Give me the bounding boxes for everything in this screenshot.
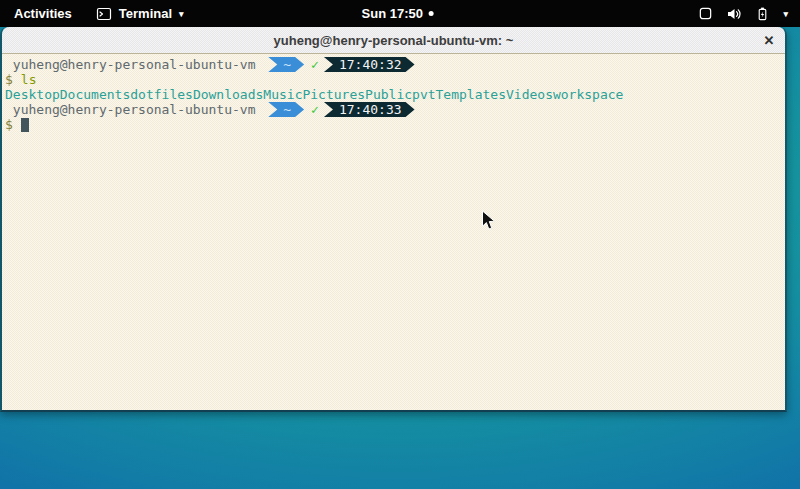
prompt-path-segment: ~ bbox=[268, 57, 304, 72]
prompt-path: ~ bbox=[283, 102, 291, 117]
directory-entry: Pictures bbox=[302, 87, 365, 102]
prompt-time-segment: 17:40:33 bbox=[324, 102, 415, 117]
ls-output: Desktop Documents dotfiles Downloads Mus… bbox=[5, 87, 785, 102]
clock-label: Sun 17:50 bbox=[362, 6, 423, 21]
directory-entry: Music bbox=[263, 87, 302, 102]
typed-command: ls bbox=[21, 72, 37, 87]
system-menu-caret-icon: ▾ bbox=[783, 10, 788, 19]
system-status-area[interactable]: ▾ bbox=[686, 0, 800, 27]
terminal-window: yuheng@henry-personal-ubuntu-vm: ~ ✕ yuh… bbox=[0, 27, 787, 412]
directory-entry: workspace bbox=[553, 87, 623, 102]
command-line: $ls bbox=[5, 72, 785, 87]
terminal-app-icon bbox=[96, 6, 112, 22]
close-button[interactable]: ✕ bbox=[759, 30, 779, 50]
window-titlebar[interactable]: yuheng@henry-personal-ubuntu-vm: ~ ✕ bbox=[2, 27, 785, 54]
directory-entry: dotfiles bbox=[130, 87, 193, 102]
clock-button[interactable]: Sun 17:50 bbox=[362, 0, 434, 27]
directory-entry: Public bbox=[365, 87, 412, 102]
terminal-content[interactable]: yuheng@henry-personal-ubuntu-vm ~✓17:40:… bbox=[2, 54, 785, 410]
volume-icon bbox=[726, 6, 742, 22]
directory-entry: Videos bbox=[506, 87, 553, 102]
prompt-symbol: $ bbox=[5, 72, 13, 87]
app-menu-button[interactable]: Terminal ▾ bbox=[86, 0, 194, 27]
prompt-host: yuheng@henry-personal-ubuntu-vm bbox=[5, 57, 263, 72]
screen-icon bbox=[698, 6, 713, 21]
window-title: yuheng@henry-personal-ubuntu-vm: ~ bbox=[274, 33, 514, 48]
activities-label: Activities bbox=[14, 6, 72, 21]
directory-entry: Downloads bbox=[193, 87, 263, 102]
prompt-line: yuheng@henry-personal-ubuntu-vm ~✓17:40:… bbox=[5, 57, 785, 72]
prompt-symbol: $ bbox=[5, 117, 13, 132]
prompt-time-segment: 17:40:32 bbox=[324, 57, 415, 72]
prompt-host: yuheng@henry-personal-ubuntu-vm bbox=[5, 102, 263, 117]
mouse-cursor-icon bbox=[481, 210, 495, 235]
notification-dot bbox=[429, 11, 434, 16]
prompt-time: 17:40:33 bbox=[339, 102, 402, 117]
command-line: $ bbox=[5, 117, 785, 132]
prompt-path: ~ bbox=[283, 57, 291, 72]
app-menu-label: Terminal bbox=[119, 6, 172, 21]
prompt-line: yuheng@henry-personal-ubuntu-vm ~✓17:40:… bbox=[5, 102, 785, 117]
top-bar: Activities Terminal ▾ Sun 17:50 bbox=[0, 0, 800, 27]
prompt-path-segment: ~ bbox=[268, 102, 304, 117]
activities-button[interactable]: Activities bbox=[0, 0, 86, 27]
prompt-time: 17:40:32 bbox=[339, 57, 402, 72]
directory-entry: pvt bbox=[412, 87, 435, 102]
status-check-icon: ✓ bbox=[311, 102, 319, 117]
directory-entry: Documents bbox=[60, 87, 130, 102]
chevron-down-icon: ▾ bbox=[179, 10, 184, 19]
text-cursor bbox=[21, 118, 29, 132]
battery-charging-icon bbox=[755, 6, 770, 22]
directory-entry: Desktop bbox=[5, 87, 60, 102]
status-check-icon: ✓ bbox=[311, 57, 319, 72]
directory-entry: Templates bbox=[436, 87, 506, 102]
